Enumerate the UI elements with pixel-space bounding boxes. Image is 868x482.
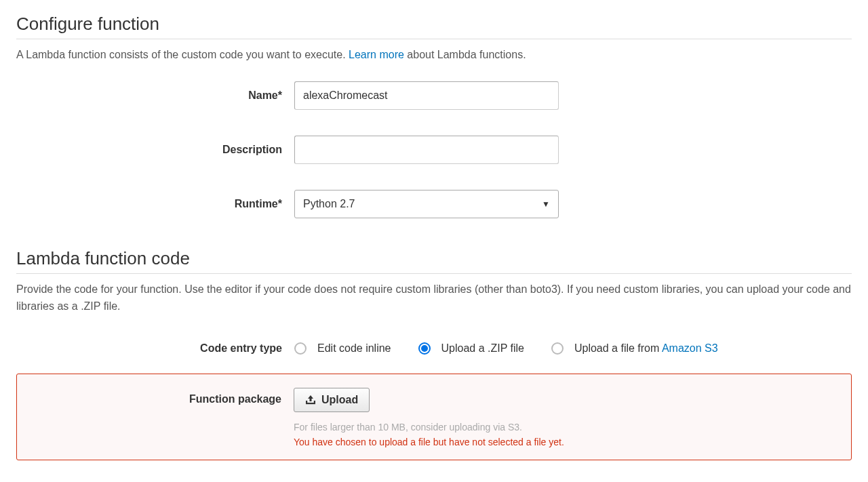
svg-rect-2 <box>314 401 315 403</box>
runtime-select[interactable]: Python 2.7 ▼ <box>294 190 559 218</box>
radio-icon <box>294 342 307 355</box>
entry-type-row: Code entry type Edit code inline Upload … <box>16 342 852 355</box>
radio-s3-label: Upload a file from Amazon S3 <box>574 342 718 355</box>
entry-type-label: Code entry type <box>16 342 294 355</box>
upload-button[interactable]: Upload <box>294 388 370 412</box>
name-row: Name* <box>16 81 852 110</box>
runtime-row: Runtime* Python 2.7 ▼ <box>16 190 852 218</box>
name-input[interactable] <box>294 81 559 110</box>
radio-icon <box>551 342 564 355</box>
radio-s3-prefix: Upload a file from <box>574 342 662 354</box>
radio-icon-selected <box>418 342 431 355</box>
upload-hint: For files larger than 10 MB, consider up… <box>294 422 564 433</box>
separator <box>16 39 852 39</box>
configure-desc: A Lambda function consists of the custom… <box>16 46 852 64</box>
learn-more-link[interactable]: Learn more <box>349 49 404 60</box>
upload-icon <box>305 395 316 405</box>
function-package-box: Function package Upload For files larger… <box>16 374 852 460</box>
radio-zip-label: Upload a .ZIP file <box>441 342 524 355</box>
radio-zip[interactable]: Upload a .ZIP file <box>418 342 524 355</box>
svg-rect-1 <box>306 401 307 403</box>
radio-inline[interactable]: Edit code inline <box>294 342 391 355</box>
upload-error: You have chosen to upload a file but hav… <box>294 437 564 447</box>
entry-type-group: Edit code inline Upload a .ZIP file Uplo… <box>294 342 718 355</box>
code-title: Lambda function code <box>16 248 852 269</box>
configure-desc-after: about Lambda functions. <box>404 49 526 60</box>
radio-inline-label: Edit code inline <box>317 342 391 355</box>
caret-down-icon: ▼ <box>542 199 550 209</box>
runtime-value: Python 2.7 <box>303 198 355 210</box>
configure-desc-before: A Lambda function consists of the custom… <box>16 49 349 60</box>
description-label: Description <box>16 144 294 156</box>
code-desc: Provide the code for your function. Use … <box>16 281 852 315</box>
separator <box>16 273 852 274</box>
description-row: Description <box>16 136 852 164</box>
function-package-label: Function package <box>31 388 294 405</box>
upload-button-label: Upload <box>321 394 358 406</box>
runtime-label: Runtime* <box>16 198 294 210</box>
description-input[interactable] <box>294 136 559 164</box>
name-label: Name* <box>16 89 294 102</box>
configure-title: Configure function <box>16 14 852 35</box>
amazon-s3-link[interactable]: Amazon S3 <box>662 342 718 354</box>
radio-s3[interactable]: Upload a file from Amazon S3 <box>551 342 718 355</box>
